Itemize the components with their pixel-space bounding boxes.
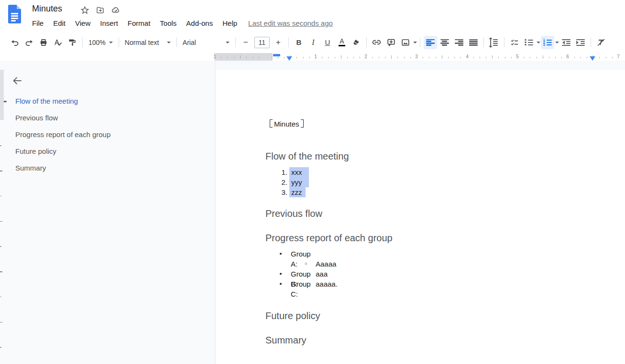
outline-item-flow[interactable]: Flow of the meeting [15,97,78,106]
header: Minutes File Edit View Insert Format Too… [0,0,625,32]
menu-edit[interactable]: Edit [53,19,66,27]
print-button[interactable] [37,36,50,49]
outline-item-progress[interactable]: Progress report of each group [15,130,110,139]
ruler-tick [296,57,297,58]
ruler-tick [347,57,348,58]
separator [420,37,420,47]
ruler-number: 4 [466,54,469,59]
undo-button[interactable] [8,36,22,49]
outline-item-summary[interactable]: Summary [15,164,46,172]
star-icon[interactable] [80,5,89,15]
ruler-tick [221,57,221,58]
italic-button[interactable]: I [307,36,320,49]
intro-paragraph: Minutes [270,119,304,129]
cloud-saved-icon[interactable] [111,5,121,15]
heading-progress: Progress report of each group [265,232,393,244]
menu-bar: File Edit View Insert Format Tools Add-o… [32,19,333,27]
justify-button[interactable] [467,36,480,49]
increase-font-size-button[interactable]: + [272,36,285,49]
insert-image-button[interactable] [399,36,412,49]
align-center-button[interactable] [438,36,451,49]
menu-help[interactable]: Help [222,19,237,27]
ruler-tick [549,57,549,58]
hollow-bullet-icon: ○ [303,259,309,269]
bullet-icon: ● [278,249,284,259]
clear-formatting-button[interactable] [594,36,608,49]
ruler-tick [227,57,228,58]
google-docs-icon[interactable] [8,5,21,23]
bulleted-list-button[interactable] [522,36,536,49]
vertical-ruler-tick [0,347,1,348]
chevron-down-icon [109,42,113,43]
document-page[interactable]: Minutes Flow of the meeting 1. xxx 2. yy… [216,70,625,364]
ruler-tick [322,57,322,58]
underline-button[interactable]: U [321,36,334,49]
first-line-indent-marker[interactable] [273,54,280,56]
outline-panel: Flow of the meeting Previous flow Progre… [0,61,215,364]
highlight-color-button[interactable] [350,36,363,49]
ruler-tick [353,57,354,58]
ruler-tick [423,57,423,58]
zoom-select[interactable]: 100% [86,36,116,49]
font-size-input[interactable]: 11 [254,37,270,48]
ruler-number: 7 [617,54,620,59]
bulleted-list-caret[interactable] [537,42,540,43]
ruler-tick [480,57,480,58]
menu-tools[interactable]: Tools [160,19,176,27]
ruler-tick [328,57,329,58]
increase-indent-button[interactable] [574,36,587,49]
numbered-list-caret[interactable] [555,42,559,43]
ruler-tick [335,57,335,58]
ruler-tick [454,57,455,58]
document-title[interactable]: Minutes [32,4,62,14]
increase-indent-icon [576,39,585,46]
redo-button[interactable] [22,36,36,49]
menu-format[interactable]: Format [128,19,151,27]
insert-link-button[interactable] [370,36,384,49]
menu-view[interactable]: View [75,19,90,27]
separator [591,37,591,47]
justify-icon [469,39,478,46]
decrease-font-size-button[interactable]: − [239,36,252,49]
ruler-tick [373,57,373,58]
ruler-tick [498,57,499,58]
font-select[interactable]: Arial [180,36,232,49]
heading-previous: Previous flow [265,208,322,219]
menu-insert[interactable]: Insert [100,19,118,27]
separator [483,37,484,47]
move-folder-icon[interactable] [95,5,105,15]
outline-item-future[interactable]: Future policy [15,147,56,156]
close-outline-button[interactable] [11,74,24,87]
ruler-tick [309,57,310,58]
decrease-indent-icon [562,39,570,46]
text-color-button[interactable]: A [335,36,349,49]
line-spacing-button[interactable] [487,36,501,49]
heading-summary: Summary [265,334,307,346]
bold-button[interactable]: B [292,36,306,49]
selected-text: yyy [289,177,309,187]
right-indent-marker[interactable] [590,56,595,61]
vertical-ruler-tick [0,196,1,197]
ruler-tick [505,57,505,58]
ruler-number: 5 [516,54,519,59]
ruler-tick [511,57,512,58]
align-left-icon [426,39,435,46]
checklist-button[interactable] [508,36,521,49]
numbered-list-button[interactable]: 1 2 3 [541,36,554,49]
align-left-button[interactable] [424,36,437,49]
menu-file[interactable]: File [32,19,44,27]
align-right-button[interactable] [452,36,466,49]
left-indent-marker[interactable] [286,56,292,61]
menu-addons[interactable]: Add-ons [186,19,213,27]
image-options-caret[interactable] [413,42,417,43]
ruler-tick [492,55,493,59]
add-comment-button[interactable] [384,36,398,49]
vertical-ruler [0,61,4,364]
ruler-tick [537,57,537,58]
last-edit-link[interactable]: Last edit was seconds ago [248,19,333,27]
decrease-indent-button[interactable] [559,36,573,49]
outline-item-previous[interactable]: Previous flow [15,114,58,122]
paint-format-button[interactable] [66,36,79,49]
styles-select[interactable]: Normal text [122,36,174,49]
spellcheck-button[interactable] [51,36,65,49]
